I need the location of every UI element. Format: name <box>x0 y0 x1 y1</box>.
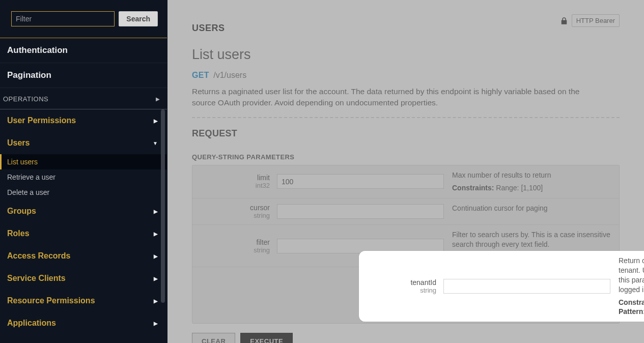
nav-link-pagination[interactable]: Pagination <box>0 63 167 88</box>
chevron-right-icon: ▶ <box>154 298 158 304</box>
sidebar-item-delete-user[interactable]: Delete a user <box>0 185 167 200</box>
param-desc: Continuation cursor for paging <box>452 204 613 213</box>
search-button[interactable]: Search <box>119 11 158 26</box>
resource-heading: USERS <box>192 23 225 34</box>
nav-group-label: Users <box>7 138 30 148</box>
chevron-right-icon: ▶ <box>154 276 158 281</box>
nav-group-label: Groups <box>7 207 36 216</box>
nav-group-user-permissions[interactable]: User Permissions ▶ <box>0 109 167 132</box>
param-type: string <box>254 212 270 219</box>
clear-button[interactable]: CLEAR <box>192 333 235 343</box>
execute-button[interactable]: EXECUTE <box>240 333 293 343</box>
section-label-operations[interactable]: OPERATIONS ▶ <box>0 88 167 109</box>
sidebar-search-row: Search <box>0 0 167 38</box>
request-heading: REQUEST <box>192 128 620 139</box>
nav-group-applications[interactable]: Applications ▶ <box>0 312 167 334</box>
page-title: List users <box>192 47 620 63</box>
param-row-cursor: cursorstring Continuation cursor for pag… <box>192 198 619 224</box>
nav-group-groups[interactable]: Groups ▶ <box>0 200 167 222</box>
param-desc: Max number of results to return <box>452 170 613 180</box>
endpoint-path: /v1/users <box>213 71 246 79</box>
nav-group-users[interactable]: Users ▼ <box>0 132 167 154</box>
nav-group-label: Access Records <box>7 251 71 261</box>
param-name: tenantId <box>410 278 436 287</box>
nav-group-label: Roles <box>7 229 30 238</box>
param-input-tenantid[interactable] <box>443 279 610 294</box>
nav-group-service-clients[interactable]: Service Clients ▶ <box>0 267 167 290</box>
chevron-right-icon: ▶ <box>156 96 160 102</box>
lock-icon <box>559 16 569 25</box>
chevron-right-icon: ▶ <box>154 118 158 124</box>
chevron-down-icon: ▼ <box>153 140 158 146</box>
chevron-right-icon: ▶ <box>154 209 158 214</box>
nav-group-resource-permissions[interactable]: Resource Permissions ▶ <box>0 290 167 312</box>
nav-group-label: User Permissions <box>7 116 76 125</box>
nav-group-label: Resource Permissions <box>7 296 95 305</box>
chevron-right-icon: ▶ <box>154 231 158 237</box>
param-type: string <box>420 287 436 294</box>
param-name: limit <box>257 174 270 182</box>
constraints-text: Range: [1,100] <box>494 184 543 192</box>
nav-link-authentication[interactable]: Authentication <box>0 38 167 63</box>
sidebar-item-retrieve-user[interactable]: Retrieve a user <box>0 169 167 185</box>
param-desc: Return only users that are part of the s… <box>619 256 644 295</box>
chevron-right-icon: ▶ <box>154 253 158 259</box>
param-row-tenantid: tenantIdstring Return only users that ar… <box>359 251 644 322</box>
divider <box>192 117 620 118</box>
nav-group-access-records[interactable]: Access Records ▶ <box>0 245 167 267</box>
sidebar: Search Authentication Pagination OPERATI… <box>0 0 167 343</box>
chevron-right-icon: ▶ <box>154 321 158 326</box>
constraints-label: Constraints: <box>452 184 494 192</box>
param-name: cursor <box>250 204 270 212</box>
http-method: GET <box>192 71 209 79</box>
nav-group-label: Applications <box>7 319 56 328</box>
query-params-heading: QUERY-STRING PARAMETERS <box>192 153 620 161</box>
auth-scheme-chip[interactable]: HTTP Bearer <box>572 14 620 27</box>
nav-scroll: User Permissions ▶ Users ▼ List users Re… <box>0 109 167 343</box>
param-row-limit: limitint32 Max number of results to retu… <box>192 165 619 198</box>
param-input-cursor[interactable] <box>277 204 444 219</box>
param-type: int32 <box>256 182 270 189</box>
filter-input[interactable] <box>11 11 115 26</box>
param-name: filter <box>257 238 270 246</box>
nav-group-label: Service Clients <box>7 274 66 283</box>
param-input-limit[interactable] <box>277 174 444 189</box>
section-label-text: OPERATIONS <box>3 95 48 103</box>
endpoint-description: Returns a paginated user list for the ac… <box>192 86 589 109</box>
constraints-label: Constraints: <box>619 298 644 306</box>
endpoint-line: GET /v1/users <box>192 71 620 80</box>
pattern-label: Pattern: <box>619 307 644 316</box>
param-type: string <box>254 246 270 254</box>
param-desc: Filter to search users by. This is a cas… <box>452 230 613 249</box>
nav-group-roles[interactable]: Roles ▶ <box>0 222 167 245</box>
auth-badge[interactable]: HTTP Bearer <box>559 14 620 27</box>
sidebar-item-list-users[interactable]: List users <box>0 154 167 169</box>
scrollbar-thumb[interactable] <box>161 109 165 303</box>
